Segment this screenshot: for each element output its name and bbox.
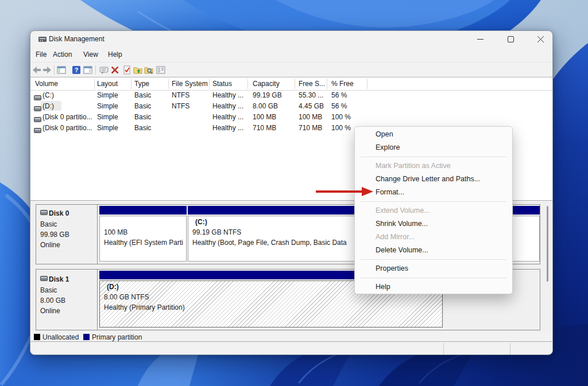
titlebar: Disk Management <box>30 31 552 48</box>
delete-icon[interactable] <box>110 65 119 75</box>
menu-item-format[interactable]: Format... <box>355 186 512 199</box>
unallocated-label: Unallocated <box>42 333 79 341</box>
minimize-button[interactable] <box>467 31 493 48</box>
check-document-icon[interactable] <box>122 65 131 75</box>
volume-row-d[interactable]: (D:) Simple Basic NTFS Healthy ... 8.00 … <box>30 100 552 111</box>
menu-item-extend-volume: Extend Volume... <box>355 204 512 217</box>
volume-row-c[interactable]: (C:) Simple Basic NTFS Healthy ... 99.19… <box>30 89 552 100</box>
statusbar <box>30 342 552 355</box>
menu-file[interactable]: File <box>36 50 47 59</box>
menu-separator <box>355 199 512 204</box>
disk0-partition-efi[interactable]: 100 MB Healthy (EFI System Parti <box>99 206 187 263</box>
help-icon[interactable]: ? <box>72 65 81 75</box>
disk-management-app-icon <box>38 36 47 46</box>
volume-list-header: Volume Layout Type File System Status Ca… <box>30 78 552 89</box>
col-volume[interactable]: Volume <box>35 80 58 88</box>
menu-action[interactable]: Action <box>53 50 72 59</box>
menu-item-delete-volume[interactable]: Delete Volume... <box>355 244 512 257</box>
col-pct-free[interactable]: % Free <box>331 80 354 88</box>
col-capacity[interactable]: Capacity <box>253 80 280 88</box>
primary-partition-label: Primary partition <box>92 333 142 341</box>
disk0-label[interactable]: Disk 0 Basic 99.98 GB Online <box>36 205 98 264</box>
menu-item-shrink-volume[interactable]: Shrink Volume... <box>355 217 512 231</box>
back-icon[interactable] <box>32 65 41 75</box>
console-message-icon[interactable] <box>99 65 109 75</box>
primary-partition-band <box>99 206 187 215</box>
legend: Unallocated Primary partition <box>30 332 552 342</box>
disk1-label[interactable]: Disk 1 Basic 8.00 GB Online <box>36 270 98 330</box>
unallocated-swatch <box>34 334 40 340</box>
menu-item-explore[interactable]: Explore <box>355 141 512 154</box>
toolbar: ? <box>30 63 552 77</box>
format-pointer-arrow <box>315 185 374 198</box>
menu-view[interactable]: View <box>83 50 98 59</box>
svg-text:?: ? <box>75 67 79 73</box>
vertical-scrollbar[interactable] <box>547 206 548 282</box>
primary-partition-swatch <box>83 334 90 340</box>
properties-list-icon[interactable] <box>156 65 165 75</box>
maximize-button[interactable] <box>498 31 524 48</box>
context-menu: Open Explore Mark Partition as Active Ch… <box>354 126 513 294</box>
menu-item-open[interactable]: Open <box>355 128 512 141</box>
col-type[interactable]: Type <box>134 80 149 88</box>
disk-icon <box>40 275 48 283</box>
menu-help[interactable]: Help <box>108 50 122 59</box>
menu-separator <box>355 275 512 280</box>
primary-partition-band <box>509 206 540 215</box>
folder-search-icon[interactable] <box>144 65 153 75</box>
window-title: Disk Management <box>49 35 105 43</box>
menu-separator <box>355 257 512 262</box>
close-button[interactable] <box>528 31 553 48</box>
menu-separator <box>355 154 512 159</box>
volume-icon <box>34 125 41 135</box>
disk0-partition-recovery[interactable] <box>509 206 540 263</box>
menu-item-properties[interactable]: Properties <box>355 262 512 275</box>
menu-item-mark-partition-active: Mark Partition as Active <box>355 159 512 173</box>
col-free-space[interactable]: Free S... <box>299 80 325 88</box>
menu-item-change-drive-letter[interactable]: Change Drive Letter and Paths... <box>355 173 512 186</box>
volume-row-disk0-p1[interactable]: (Disk 0 partitio... Simple Basic Healthy… <box>30 111 552 122</box>
menu-item-add-mirror: Add Mirror... <box>355 231 512 244</box>
folder-up-icon[interactable] <box>133 65 142 75</box>
show-action-pane-icon[interactable] <box>83 65 92 75</box>
disk-icon <box>40 209 48 217</box>
col-file-system[interactable]: File System <box>172 80 208 88</box>
show-console-tree-icon[interactable] <box>57 65 66 75</box>
menubar: File Action View Help <box>30 48 552 63</box>
col-status[interactable]: Status <box>212 80 232 88</box>
forward-icon[interactable] <box>42 65 52 75</box>
col-layout[interactable]: Layout <box>97 80 118 88</box>
menu-item-help[interactable]: Help <box>355 280 512 294</box>
